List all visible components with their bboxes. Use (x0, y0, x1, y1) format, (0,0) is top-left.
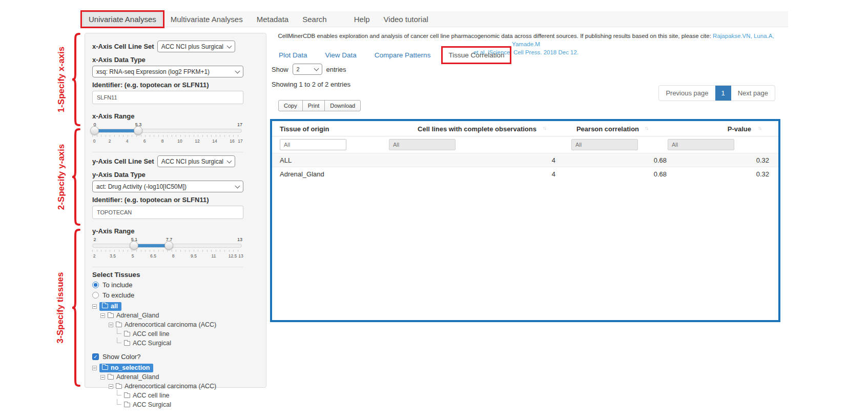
nav-multivariate-analyses[interactable]: Multivariate Analyses (165, 12, 249, 26)
page-size-select[interactable]: 2 (293, 64, 322, 75)
col-header-pearson-correlation[interactable]: Pearson correlation (531, 125, 685, 133)
sort-icon[interactable]: ↑↓ (645, 125, 648, 131)
annotation-brace-3 (71, 229, 80, 387)
tab-plot-data[interactable]: Plot Data (279, 51, 307, 59)
export-buttons: Copy Print Download (278, 100, 361, 111)
tree-leaf-acc-cell-line[interactable]: ACC cell line (92, 329, 243, 339)
tree-leaf-acc-surgical[interactable]: ACC Surgical (92, 400, 243, 409)
annotation-brace-2 (71, 128, 80, 226)
tree-node-acc[interactable]: Adrenocortical carcinoma (ACC) (92, 382, 243, 391)
slider-tick: 4 (126, 138, 129, 144)
collapse-icon[interactable] (92, 304, 97, 309)
slider-handle-left[interactable] (130, 241, 138, 250)
nav-video-tutorial[interactable]: Video tutorial (378, 12, 434, 26)
tree-leaf-acc-cell-line[interactable]: ACC cell line (92, 391, 243, 400)
page-size-value: 2 (297, 66, 300, 72)
tree-node-label: no_selection (111, 364, 150, 371)
filter-tissue-of-origin[interactable] (280, 139, 346, 150)
tab-view-data[interactable]: View Data (325, 51, 357, 59)
tree-node-adrenal-gland[interactable]: Adrenal_Gland (92, 311, 243, 320)
slider-tick: 0 (93, 138, 96, 144)
tree-node-acc[interactable]: Adrenocortical carcinoma (ACC) (92, 320, 243, 329)
nav-metadata[interactable]: Metadata (251, 12, 295, 26)
collapse-icon[interactable] (92, 366, 97, 370)
citation-prefix: CellMinerCDB enables exploration and ana… (278, 33, 711, 39)
nav-help[interactable]: Help (348, 12, 376, 26)
x-cell-line-set-select[interactable]: ACC NCI plus Surgical (157, 41, 235, 52)
section-divider (92, 267, 243, 267)
collapse-icon[interactable] (100, 375, 105, 380)
tree-connector (117, 399, 121, 405)
nav-search[interactable]: Search (297, 12, 333, 26)
x-data-type-select[interactable]: xsq: RNA-seq Expression (log2 FPKM+1) (92, 66, 243, 77)
page-1-button[interactable]: 1 (715, 86, 731, 101)
main-nav: Univariate Analyses Multivariate Analyse… (79, 11, 788, 27)
chevron-down-icon (226, 43, 232, 48)
slider-handle-right[interactable] (164, 241, 173, 250)
next-page-button[interactable]: Next page (731, 86, 775, 101)
filter-cell-lines[interactable] (389, 139, 456, 150)
y-data-type-select[interactable]: act: Drug Activity (-log10[IC50M]) (92, 181, 243, 192)
y-identifier-input[interactable] (92, 206, 243, 219)
tree-node-label: ACC cell line (133, 330, 170, 337)
y-range-label: y-Axis Range (92, 227, 243, 235)
entries-label: entries (326, 66, 346, 73)
x-range-max-value: 17 (237, 122, 242, 127)
download-button[interactable]: Download (324, 100, 361, 111)
tree-node-adrenal-gland[interactable]: Adrenal_Gland (92, 372, 243, 382)
col-header-tissue-of-origin[interactable]: Tissue of origin (280, 125, 329, 133)
folder-icon (108, 313, 114, 318)
tab-tissue-correlation[interactable]: Tissue Correlation (448, 51, 504, 59)
filter-p-value[interactable] (668, 139, 734, 150)
cell-pearson: 0.68 (654, 156, 667, 164)
y-axis-range-slider[interactable]: 2 5.1 7.7 13 2 3.5 5 6.5 8 9.5 11 12.5 1… (92, 237, 242, 262)
entries-control: Show 2 entries (272, 64, 346, 75)
table-row[interactable]: Adrenal_Gland 4 0.68 0.32 (272, 167, 778, 181)
tree-node-label: all (111, 303, 118, 310)
chevron-down-icon (235, 183, 240, 188)
cell-p-value: 0.32 (756, 156, 769, 164)
print-button[interactable]: Print (302, 100, 325, 111)
cell-cell-lines: 4 (552, 170, 555, 178)
show-color-option[interactable]: Show Color? (92, 353, 243, 361)
y-cell-line-set-select[interactable]: ACC NCI plus Surgical (157, 155, 235, 167)
table-row[interactable]: ALL 4 0.68 0.32 (272, 153, 778, 167)
collapse-icon[interactable] (109, 323, 113, 327)
nav-univariate-analyses[interactable]: Univariate Analyses (82, 12, 162, 27)
sort-icon[interactable]: ↑↓ (758, 125, 761, 131)
col-header-p-value[interactable]: P-value (728, 125, 751, 133)
radio-to-include[interactable]: To include (92, 281, 243, 289)
slider-tick: 12.5 (229, 253, 237, 259)
tree-node-all[interactable]: all (92, 302, 243, 311)
show-label: Show (272, 66, 288, 73)
cell-p-value: 0.32 (756, 170, 769, 178)
tree-leaf-acc-surgical[interactable]: ACC Surgical (92, 339, 243, 348)
collapse-icon[interactable] (109, 384, 113, 389)
x-identifier-input[interactable] (92, 91, 243, 104)
cell-tissue: ALL (280, 156, 292, 164)
copy-button[interactable]: Copy (278, 100, 303, 111)
slider-handle-right[interactable] (134, 126, 142, 135)
y-cell-line-set-value: ACC NCI plus Surgical (161, 158, 223, 165)
tree-node-no-selection[interactable]: no_selection (92, 363, 243, 372)
x-axis-range-slider[interactable]: 0 5.3 17 0 2 4 6 8 10 12 14 16 17 (92, 122, 242, 147)
previous-page-button[interactable]: Previous page (659, 86, 715, 101)
slider-grid (92, 135, 242, 137)
radio-to-exclude[interactable]: To exclude (92, 291, 243, 299)
slider-tick: 12 (195, 138, 199, 144)
tree-node-label: Adrenocortical carcinoma (ACC) (125, 321, 216, 328)
slider-handle-left[interactable] (90, 126, 99, 135)
y-range-max-value: 13 (237, 237, 242, 242)
folder-icon (124, 332, 130, 336)
slider-tick: 3.5 (110, 253, 116, 259)
collapse-icon[interactable] (100, 313, 105, 318)
folder-icon (116, 323, 122, 327)
checkbox-checked-icon[interactable] (92, 353, 99, 360)
slider-tick: 6 (143, 138, 146, 144)
sidebar: x-Axis Cell Line Set ACC NCI plus Surgic… (85, 33, 266, 388)
slider-tick: 10 (177, 138, 182, 144)
tab-compare-patterns[interactable]: Compare Patterns (375, 51, 431, 59)
filter-pearson-correlation[interactable] (571, 139, 638, 150)
chevron-down-icon (235, 68, 240, 73)
main-content: CellMinerCDB enables exploration and ana… (272, 32, 780, 340)
